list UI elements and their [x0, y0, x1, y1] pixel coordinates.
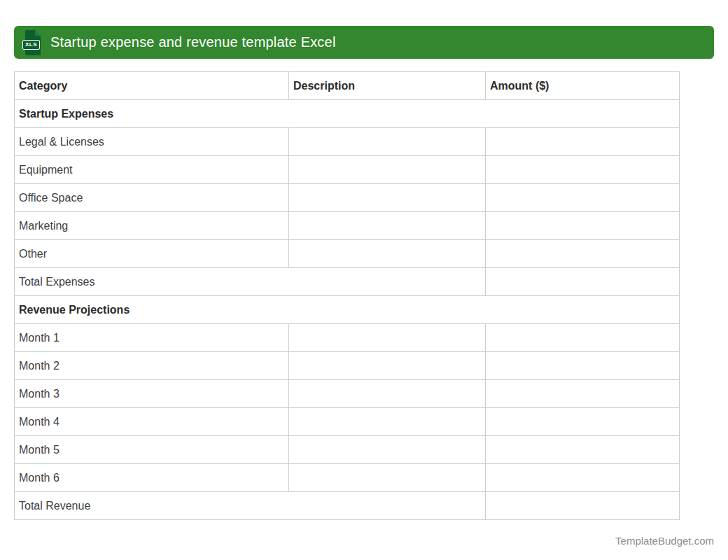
description-cell: [289, 408, 486, 436]
amount-cell: [486, 128, 680, 156]
total-label-cell: Total Revenue: [15, 492, 486, 520]
total-label-cell: Total Expenses: [15, 268, 486, 296]
category-cell: Equipment: [15, 156, 289, 184]
amount-cell: [486, 408, 680, 436]
amount-cell: [486, 352, 680, 380]
table-row: Equipment: [15, 156, 680, 184]
table-row: Office Space: [15, 184, 680, 212]
description-cell: [289, 184, 486, 212]
amount-cell: [486, 324, 680, 352]
description-cell: [289, 324, 486, 352]
category-cell: Month 1: [15, 324, 289, 352]
amount-cell: [486, 492, 680, 520]
category-cell: Month 2: [15, 352, 289, 380]
category-cell: Legal & Licenses: [15, 128, 289, 156]
category-cell: Marketing: [15, 212, 289, 240]
table-row: Other: [15, 240, 680, 268]
amount-cell: [486, 268, 680, 296]
description-cell: [289, 380, 486, 408]
expense-revenue-table: Category Description Amount ($) Startup …: [14, 71, 680, 520]
column-header-amount: Amount ($): [486, 72, 680, 100]
amount-cell: [486, 156, 680, 184]
section-row-startup-expenses: Startup Expenses: [15, 100, 680, 128]
description-cell: [289, 464, 486, 492]
page-title: Startup expense and revenue template Exc…: [50, 34, 336, 50]
category-cell: Office Space: [15, 184, 289, 212]
amount-cell: [486, 240, 680, 268]
description-cell: [289, 212, 486, 240]
section-label: Startup Expenses: [15, 100, 680, 128]
brand-footer: TemplateBudget.com: [14, 535, 714, 547]
category-cell: Month 4: [15, 408, 289, 436]
table-row: Month 5: [15, 436, 680, 464]
section-label: Revenue Projections: [15, 296, 680, 324]
description-cell: [289, 240, 486, 268]
amount-cell: [486, 436, 680, 464]
category-cell: Month 3: [15, 380, 289, 408]
column-header-description: Description: [289, 72, 486, 100]
description-cell: [289, 128, 486, 156]
category-cell: Month 5: [15, 436, 289, 464]
template-title-bar: XLS Startup expense and revenue template…: [14, 26, 714, 59]
description-cell: [289, 352, 486, 380]
table-row: Legal & Licenses: [15, 128, 680, 156]
table-row: Month 3: [15, 380, 680, 408]
table-row: Marketing: [15, 212, 680, 240]
category-cell: Other: [15, 240, 289, 268]
column-header-category: Category: [15, 72, 289, 100]
amount-cell: [486, 184, 680, 212]
total-row-revenue: Total Revenue: [15, 492, 680, 520]
table-row: Month 6: [15, 464, 680, 492]
table-row: Month 4: [15, 408, 680, 436]
table-header-row: Category Description Amount ($): [15, 72, 680, 100]
amount-cell: [486, 464, 680, 492]
xls-file-icon: XLS: [22, 30, 41, 55]
description-cell: [289, 156, 486, 184]
amount-cell: [486, 380, 680, 408]
category-cell: Month 6: [15, 464, 289, 492]
table-row: Month 1: [15, 324, 680, 352]
page: XLS Startup expense and revenue template…: [0, 0, 728, 560]
section-row-revenue-projections: Revenue Projections: [15, 296, 680, 324]
description-cell: [289, 436, 486, 464]
table-row: Month 2: [15, 352, 680, 380]
xls-folded-corner: [35, 30, 41, 36]
xls-badge-label: XLS: [22, 40, 40, 50]
amount-cell: [486, 212, 680, 240]
total-row-expenses: Total Expenses: [15, 268, 680, 296]
